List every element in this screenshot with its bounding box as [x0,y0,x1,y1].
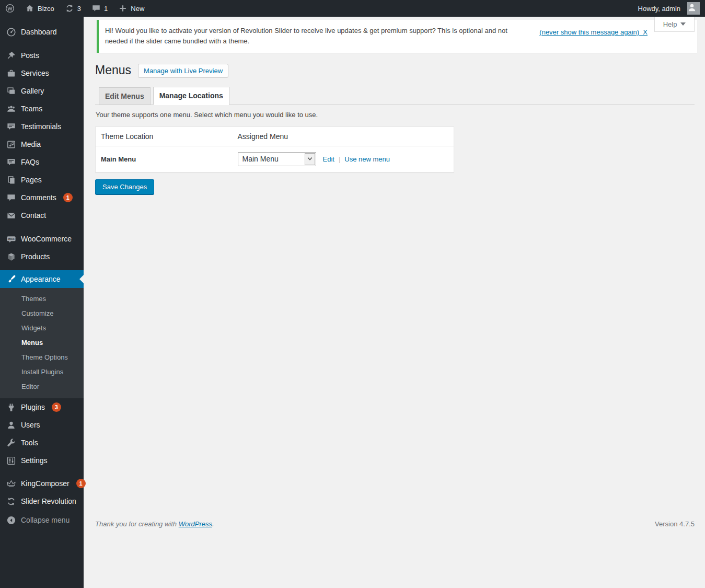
page-wrap: Menus Manage with Live Preview Edit Menu… [84,63,705,194]
sidebar-item-services[interactable]: Services [0,64,84,82]
sidebar-item-faqs[interactable]: FAQs [0,153,84,171]
selected-menu-value: Main Menu [238,155,279,163]
collapse-menu-button[interactable]: Collapse menu [0,511,84,529]
chevron-down-icon [680,22,686,26]
footer: Thank you for creating with WordPress. V… [95,520,695,528]
envelope-icon [6,211,16,221]
sidebar-item-media[interactable]: Media [0,135,84,153]
product-box-icon [6,252,16,262]
sidebar-label: Slider Revolution [21,497,76,505]
tab-manage-locations[interactable]: Manage Locations [153,87,229,105]
current-menu-arrow [79,275,84,283]
footer-thanks: Thank you for creating with WordPress. [95,520,214,528]
wordpress-link[interactable]: WordPress [179,520,212,528]
sidebar-item-testimonials[interactable]: Testimonials [0,118,84,135]
sidebar-label: Settings [21,456,48,465]
comment-icon [6,193,16,203]
paintbrush-icon [6,274,16,284]
avatar [687,2,700,15]
sidebar-item-slider-revolution[interactable]: Slider Revolution [0,492,84,510]
sidebar-label: FAQs [21,158,39,166]
settings-icon [6,456,16,466]
pages-icon [6,175,16,185]
sidebar-item-comments[interactable]: Comments 1 [0,189,84,206]
comments-menu[interactable]: 1 [86,0,113,17]
page-title: Menus [95,63,131,78]
sidebar-label: Appearance [21,275,61,283]
sidebar-item-gallery[interactable]: Gallery [0,82,84,100]
wrench-icon [6,438,16,448]
submenu-item-menus[interactable]: Menus [0,336,84,350]
sidebar-item-posts[interactable]: Posts [0,47,84,64]
edit-menu-link[interactable]: Edit [323,155,334,163]
link-divider: | [339,155,340,163]
select-dropdown-arrow [305,153,315,165]
admin-bar-left: Bizco 3 1 New [0,0,149,17]
howdy-text: Howdy, admin [638,5,680,13]
sidebar-item-appearance[interactable]: Appearance [0,270,84,288]
svg-text:Woo: Woo [8,237,15,240]
sidebar-label: Tools [21,439,38,447]
admin-bar: Bizco 3 1 New Howdy, admin [0,0,705,17]
notice-dismiss-link[interactable]: (never show this message again) X [539,27,648,38]
avatar-icon [687,2,697,11]
column-theme-location: Theme Location [96,126,233,146]
save-changes-button[interactable]: Save Changes [95,179,154,194]
tabs-bar: Edit MenusManage Locations [95,87,695,105]
sidebar-item-settings[interactable]: Settings [0,452,84,469]
sidebar-label: Users [21,421,40,429]
sidebar-label: WooCommerce [21,235,72,243]
admin-sidebar: Dashboard Posts Services Gallery Teams [0,17,84,588]
admin-bar-right: Howdy, admin [633,0,705,17]
submenu-item-editor[interactable]: Editor [0,379,84,394]
updates-menu[interactable]: 3 [60,0,86,17]
testimonial-icon [6,122,16,132]
submenu-item-customize[interactable]: Customize [0,306,84,321]
updates-icon [65,4,74,13]
sidebar-item-plugins[interactable]: Plugins 3 [0,398,84,416]
sidebar-label: Services [21,69,49,77]
home-icon [25,4,34,13]
update-count: 3 [77,5,81,13]
sidebar-label: Comments [21,193,56,202]
site-name-menu[interactable]: Bizco [20,0,60,17]
assigned-menu-select[interactable]: Main Menu [238,152,316,166]
submenu-item-themes[interactable]: Themes [0,292,84,306]
help-label: Help [663,20,677,28]
sidebar-item-woocommerce[interactable]: Woo WooCommerce [0,230,84,248]
sidebar-item-users[interactable]: Users [0,416,84,434]
version-text: Version 4.7.5 [655,520,695,528]
submenu-item-theme-options[interactable]: Theme Options [0,350,84,365]
sidebar-item-tools[interactable]: Tools [0,434,84,452]
sidebar-label: Contact [21,211,46,220]
dismiss-text: (never show this message again) [539,28,639,36]
location-name: Main Menu [96,146,233,172]
slider-revolution-icon [6,497,16,506]
site-name: Bizco [38,5,54,13]
submenu-item-widgets[interactable]: Widgets [0,321,84,336]
page-description: Your theme supports one menu. Select whi… [96,111,695,119]
wordpress-logo-icon [5,4,15,13]
footer-thanks-text: Thank you for creating with [95,520,179,528]
wordpress-logo-menu[interactable] [0,0,20,17]
sidebar-item-products[interactable]: Products [0,248,84,266]
my-account-menu[interactable]: Howdy, admin [633,0,705,17]
use-new-menu-link[interactable]: Use new menu [344,155,390,163]
submenu-item-install-plugins[interactable]: Install Plugins [0,365,84,379]
table-row: Main Menu Main Menu Edi [96,146,454,172]
sidebar-item-contact[interactable]: Contact [0,206,84,224]
sidebar-item-kingcomposer[interactable]: KingComposer 1 [0,475,84,492]
content-area: Help Hi! Would you like to activate your… [84,17,705,588]
manage-with-live-preview-button[interactable]: Manage with Live Preview [138,64,228,78]
tab-edit-menus[interactable]: Edit Menus [99,87,151,105]
new-content-menu[interactable]: New [113,0,149,17]
pushpin-icon [6,51,16,61]
sidebar-item-teams[interactable]: Teams [0,100,84,118]
gallery-icon [6,86,16,96]
sidebar-label: Media [21,140,41,148]
sidebar-item-pages[interactable]: Pages [0,171,84,189]
woocommerce-icon: Woo [6,234,16,244]
plugin-icon [6,402,16,412]
help-button[interactable]: Help [654,17,695,32]
sidebar-item-dashboard[interactable]: Dashboard [0,23,84,41]
